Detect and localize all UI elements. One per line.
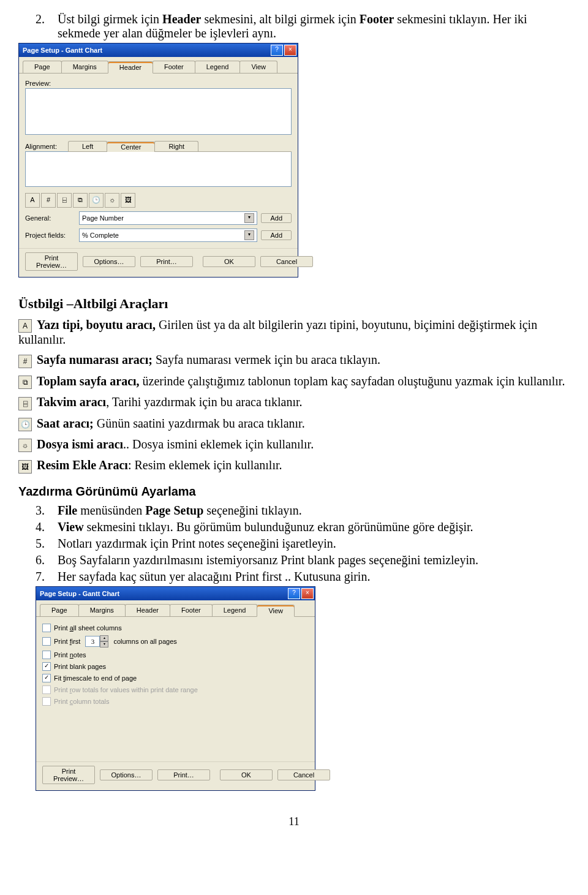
tool-picture: 🖼 Resim Ekle Aracı: Resim eklemek için k… <box>18 458 570 473</box>
tab-margins[interactable]: Margins <box>61 61 108 73</box>
print-first-columns[interactable]: Print first 3 ▴ ▾ columns on all pages <box>42 635 309 648</box>
project-combo[interactable]: % Complete ▾ <box>79 228 257 242</box>
t: Her sayfada kaç sütun yer alacağını Prin… <box>58 570 570 584</box>
t: üzerinde çalıştığımız tablonun toplam ka… <box>140 374 565 388</box>
alignment-label: Alignment: <box>25 143 68 150</box>
picture-icon[interactable]: 🖼 <box>121 193 135 208</box>
checkbox-icon[interactable] <box>42 637 51 646</box>
general-combo[interactable]: Page Number ▾ <box>79 211 257 225</box>
n: 4. <box>18 520 58 534</box>
dialog-title: Page Setup - Gantt Chart <box>23 47 102 54</box>
tab-header[interactable]: Header <box>125 604 170 616</box>
t: Sayfa numarası aracı; <box>37 353 153 366</box>
t: sekmesini, alt bilgi girmek için <box>201 12 359 26</box>
spinner-value[interactable]: 3 <box>85 636 100 647</box>
t: , Tarihi yazdırmak için bu araca tıklanı… <box>106 395 302 409</box>
t: Üst bilgi girmek için <box>58 12 162 26</box>
filename-icon[interactable]: ☼ <box>105 193 119 208</box>
alignment-row: Alignment: Left Center Right <box>25 141 292 152</box>
general-label: General: <box>25 214 75 222</box>
tab-legend[interactable]: Legend <box>212 604 258 616</box>
fit-timescale[interactable]: ✓ Fit timescale to end of page <box>42 674 309 682</box>
close-button[interactable]: × <box>284 45 296 56</box>
checkbox-icon[interactable] <box>42 651 51 659</box>
tab-view[interactable]: View <box>257 605 295 617</box>
dialog-footer: Print Preview… Options… Print… OK Cancel <box>36 761 315 790</box>
t: Boş Sayfaların yazdırılmasını istemiyors… <box>58 553 570 567</box>
t: : Resim eklemek için kullanılır. <box>128 458 282 472</box>
page-number: 11 <box>18 815 570 828</box>
header-text-area[interactable] <box>25 151 292 187</box>
print-button[interactable]: Print… <box>157 769 210 780</box>
print-all-sheet-columns[interactable]: Print all sheet columns <box>42 624 309 632</box>
time-icon[interactable]: 🕒 <box>89 193 104 208</box>
checkbox-icon[interactable]: ✓ <box>42 674 51 682</box>
align-right[interactable]: Right <box>154 141 198 151</box>
print-row-totals: Print row totals for values within print… <box>42 685 309 694</box>
step-6: 6. Boş Sayfaların yazdırılmasını istemiy… <box>18 553 570 567</box>
t: seçeneğini tıklayın. <box>203 504 302 517</box>
close-button[interactable]: × <box>301 588 314 599</box>
chevron-up-icon[interactable]: ▴ <box>100 635 108 641</box>
step-3: 3. File menüsünden Page Setup seçeneğini… <box>18 504 570 518</box>
tab-view[interactable]: View <box>239 61 277 73</box>
tab-header[interactable]: Header <box>108 61 153 74</box>
print-preview-button[interactable]: Print Preview… <box>42 766 95 784</box>
step-7: 7. Her sayfada kaç sütun yer alacağını P… <box>18 570 570 584</box>
tool-filename: ☼ Dosya ismi aracı.. Dosya ismini ekleme… <box>18 437 570 452</box>
align-center[interactable]: Center <box>107 142 155 152</box>
print-preview-button[interactable]: Print Preview… <box>25 252 78 271</box>
t: File <box>58 504 77 517</box>
cancel-button[interactable]: Cancel <box>260 256 313 267</box>
time-icon: 🕒 <box>18 418 32 431</box>
toolbar-icons: A # ⌸ ⧉ 🕒 ☼ 🖼 <box>25 193 292 208</box>
ok-button[interactable]: OK <box>220 769 273 780</box>
page-number-icon[interactable]: # <box>41 193 56 208</box>
n: 6. <box>18 553 58 567</box>
add-general-button[interactable]: Add <box>261 213 292 223</box>
print-notes[interactable]: Print notes <box>42 651 309 659</box>
ok-button[interactable]: OK <box>203 256 255 267</box>
tab-page[interactable]: Page <box>40 604 79 616</box>
tab-page[interactable]: Page <box>23 61 62 73</box>
step-4: 4. View sekmesini tıklayı. Bu görümüm bu… <box>18 520 570 534</box>
n: 7. <box>18 570 58 584</box>
tab-legend[interactable]: Legend <box>195 61 241 73</box>
t: menüsünden <box>77 504 145 517</box>
titlebar: Page Setup - Gantt Chart ? × <box>36 587 315 600</box>
cancel-button[interactable]: Cancel <box>277 769 330 780</box>
n: 5. <box>18 537 58 551</box>
dialog-footer: Print Preview… Options… Print… OK Cancel <box>19 248 298 277</box>
t: Resim Ekle Aracı <box>37 458 128 472</box>
date-icon[interactable]: ⧉ <box>73 193 88 208</box>
tab-margins[interactable]: Margins <box>78 604 126 616</box>
print-button[interactable]: Print… <box>140 256 193 267</box>
tool-date: ⌸ Takvim aracı, Tarihi yazdırmak için bu… <box>18 395 570 410</box>
print-blank-pages[interactable]: ✓ Print blank pages <box>42 662 309 671</box>
tab-footer[interactable]: Footer <box>153 61 195 73</box>
align-left[interactable]: Left <box>68 141 107 151</box>
help-button[interactable]: ? <box>271 45 283 56</box>
dialog-body: Preview: Alignment: Left Center Right A … <box>19 74 298 248</box>
font-icon[interactable]: A <box>25 193 40 208</box>
t: Toplam sayfa aracı, <box>37 374 140 388</box>
checkbox-icon <box>42 685 51 694</box>
picture-icon: 🖼 <box>18 460 32 474</box>
chevron-down-icon[interactable]: ▾ <box>100 641 108 648</box>
columns-spinner[interactable]: 3 ▴ ▾ <box>85 635 108 648</box>
options-button[interactable]: Options… <box>100 769 153 780</box>
project-label: Project fields: <box>25 232 75 239</box>
general-value: Page Number <box>82 214 124 222</box>
add-project-button[interactable]: Add <box>261 230 292 240</box>
chevron-down-icon: ▾ <box>244 230 254 240</box>
n: 3. <box>18 504 58 518</box>
t: View <box>58 520 84 534</box>
checkbox-icon[interactable]: ✓ <box>42 662 51 671</box>
checkbox-icon[interactable] <box>42 624 51 632</box>
options-button[interactable]: Options… <box>83 256 135 267</box>
page-count-icon[interactable]: ⌸ <box>57 193 72 208</box>
help-button[interactable]: ? <box>288 588 300 599</box>
t: Notları yazdırmak için Print notes seçen… <box>58 537 570 551</box>
tab-footer[interactable]: Footer <box>170 604 213 616</box>
tool-pagenum: # Sayfa numarası aracı; Sayfa numarası v… <box>18 353 570 368</box>
